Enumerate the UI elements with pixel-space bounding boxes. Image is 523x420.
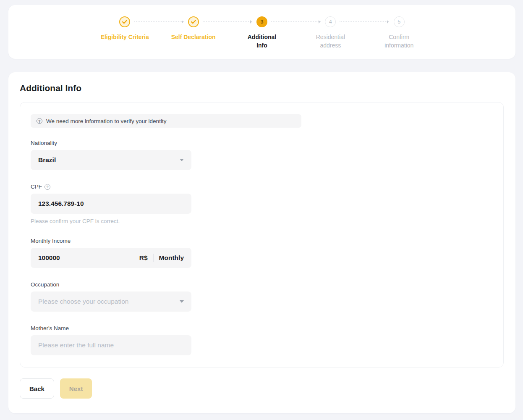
cpf-input-wrap <box>31 194 191 214</box>
step-circle-3: 3 <box>256 16 267 27</box>
occupation-select[interactable]: Please choose your occupation <box>31 291 191 312</box>
info-banner: ? We need more information to verify you… <box>31 114 301 128</box>
step-label: Additional Info <box>248 33 276 50</box>
chevron-down-icon <box>180 300 184 303</box>
page-title: Additional Info <box>20 83 504 93</box>
next-button[interactable]: Next <box>60 378 92 399</box>
back-button[interactable]: Back <box>20 378 54 399</box>
divider <box>153 254 154 262</box>
monthly-income-input-wrap: R$ Monthly <box>31 248 191 268</box>
check-icon <box>191 20 196 24</box>
step-label: Residential address <box>316 33 345 50</box>
mothers-name-input[interactable] <box>38 335 184 355</box>
nationality-select[interactable]: Brazil <box>31 150 191 170</box>
monthly-income-input[interactable] <box>38 248 122 268</box>
step-label: Self Declaration <box>171 33 216 41</box>
step-number: 5 <box>397 19 400 25</box>
banner-text: We need more information to verify your … <box>46 118 166 124</box>
step-circle-5: 5 <box>394 16 405 27</box>
mothers-name-field: Mother's Name <box>31 325 493 355</box>
cpf-label: CPF ? <box>31 184 493 190</box>
cpf-helper-text: Please confirm your CPF is correct. <box>31 218 493 224</box>
monthly-income-field: Monthly Income R$ Monthly <box>31 238 493 268</box>
connector-arrow-icon <box>271 21 321 22</box>
occupation-placeholder: Please choose your occupation <box>38 298 128 305</box>
main-card: Additional Info ? We need more informati… <box>8 72 515 413</box>
occupation-field: Occupation Please choose your occupation <box>31 281 493 312</box>
step-circle-2 <box>188 16 199 27</box>
question-circle-icon: ? <box>37 118 42 124</box>
mothers-name-label: Mother's Name <box>31 325 493 331</box>
stepper-card: Eligibility Criteria Self Declaration 3 … <box>8 5 515 59</box>
frequency-label[interactable]: Monthly <box>159 254 184 262</box>
monthly-income-label: Monthly Income <box>31 238 493 244</box>
cpf-help-icon[interactable]: ? <box>44 184 50 190</box>
occupation-label: Occupation <box>31 281 493 288</box>
currency-label: R$ <box>139 254 148 262</box>
connector-arrow-icon <box>203 21 252 22</box>
connector-arrow-icon <box>340 21 389 22</box>
stepper: Eligibility Criteria Self Declaration 3 … <box>91 16 434 50</box>
nationality-field: Nationality Brazil <box>31 140 493 170</box>
nationality-value: Brazil <box>38 156 56 164</box>
cpf-label-text: CPF <box>31 184 42 190</box>
income-suffix: R$ Monthly <box>139 254 184 262</box>
step-number: 4 <box>329 19 332 25</box>
cpf-field: CPF ? Please confirm your CPF is correct… <box>31 184 493 224</box>
check-icon <box>122 20 127 24</box>
step-label: Confirm information <box>384 33 413 50</box>
form-panel: ? We need more information to verify you… <box>20 102 504 368</box>
step-label: Eligibility Criteria <box>101 33 149 41</box>
actions-row: Back Next <box>20 378 504 399</box>
chevron-down-icon <box>180 159 184 161</box>
step-number: 3 <box>260 19 263 25</box>
mothers-name-input-wrap <box>31 335 191 355</box>
cpf-input[interactable] <box>38 194 184 214</box>
step-circle-4: 4 <box>325 16 336 27</box>
connector-arrow-icon <box>134 21 184 22</box>
nationality-label: Nationality <box>31 140 493 146</box>
step-circle-1 <box>119 16 130 27</box>
